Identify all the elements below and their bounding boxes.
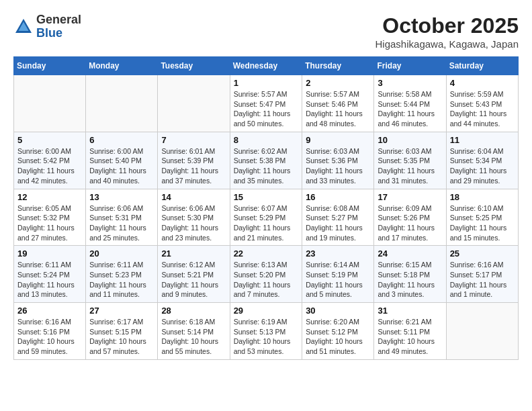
day-number: 6 (89, 135, 154, 145)
calendar-table: SundayMondayTuesdayWednesdayThursdayFrid… (13, 56, 519, 360)
calendar-cell (86, 75, 158, 132)
day-info: Sunrise: 5:57 AM Sunset: 5:46 PM Dayligh… (306, 89, 370, 129)
calendar-cell (158, 75, 230, 132)
day-number: 1 (234, 78, 299, 88)
day-info: Sunrise: 6:15 AM Sunset: 5:18 PM Dayligh… (378, 260, 442, 300)
calendar-cell: 9Sunrise: 6:03 AM Sunset: 5:36 PM Daylig… (302, 132, 374, 189)
calendar-cell: 29Sunrise: 6:19 AM Sunset: 5:13 PM Dayli… (230, 303, 302, 360)
title-block: October 2025 Higashikagawa, Kagawa, Japa… (375, 13, 519, 50)
calendar-cell: 22Sunrise: 6:13 AM Sunset: 5:20 PM Dayli… (230, 246, 302, 303)
day-number: 13 (89, 192, 154, 202)
calendar-cell: 23Sunrise: 6:14 AM Sunset: 5:19 PM Dayli… (302, 246, 374, 303)
day-info: Sunrise: 6:14 AM Sunset: 5:19 PM Dayligh… (306, 260, 370, 300)
day-info: Sunrise: 6:10 AM Sunset: 5:25 PM Dayligh… (450, 203, 515, 243)
day-number: 28 (161, 306, 226, 316)
day-number: 31 (378, 306, 442, 316)
calendar-cell: 1Sunrise: 5:57 AM Sunset: 5:47 PM Daylig… (230, 75, 302, 132)
day-number: 29 (234, 306, 299, 316)
calendar-cell: 25Sunrise: 6:16 AM Sunset: 5:17 PM Dayli… (446, 246, 518, 303)
day-info: Sunrise: 6:13 AM Sunset: 5:20 PM Dayligh… (234, 260, 299, 300)
day-info: Sunrise: 6:20 AM Sunset: 5:12 PM Dayligh… (306, 317, 370, 357)
day-number: 9 (306, 135, 370, 145)
calendar-cell (14, 75, 86, 132)
calendar-cell: 13Sunrise: 6:06 AM Sunset: 5:31 PM Dayli… (86, 189, 158, 246)
calendar-week-row: 19Sunrise: 6:11 AM Sunset: 5:24 PM Dayli… (14, 246, 519, 303)
day-number: 19 (17, 248, 82, 259)
calendar-cell: 20Sunrise: 6:11 AM Sunset: 5:23 PM Dayli… (86, 246, 158, 303)
day-number: 21 (161, 248, 226, 259)
calendar-cell: 16Sunrise: 6:08 AM Sunset: 5:27 PM Dayli… (302, 189, 374, 246)
day-info: Sunrise: 5:58 AM Sunset: 5:44 PM Dayligh… (378, 89, 442, 129)
day-info: Sunrise: 6:17 AM Sunset: 5:15 PM Dayligh… (89, 317, 154, 357)
day-info: Sunrise: 6:00 AM Sunset: 5:40 PM Dayligh… (89, 146, 154, 186)
day-info: Sunrise: 6:01 AM Sunset: 5:39 PM Dayligh… (161, 146, 226, 186)
day-info: Sunrise: 6:16 AM Sunset: 5:16 PM Dayligh… (17, 317, 82, 357)
weekday-header: Friday (374, 57, 446, 75)
calendar-cell: 15Sunrise: 6:07 AM Sunset: 5:29 PM Dayli… (230, 189, 302, 246)
calendar-cell: 24Sunrise: 6:15 AM Sunset: 5:18 PM Dayli… (374, 246, 446, 303)
day-number: 23 (306, 248, 370, 259)
day-info: Sunrise: 6:03 AM Sunset: 5:36 PM Dayligh… (306, 146, 370, 186)
calendar-cell: 17Sunrise: 6:09 AM Sunset: 5:26 PM Dayli… (374, 189, 446, 246)
calendar-cell: 26Sunrise: 6:16 AM Sunset: 5:16 PM Dayli… (14, 303, 86, 360)
day-number: 4 (450, 78, 515, 88)
day-info: Sunrise: 6:04 AM Sunset: 5:34 PM Dayligh… (450, 146, 515, 186)
day-info: Sunrise: 6:18 AM Sunset: 5:14 PM Dayligh… (161, 317, 226, 357)
calendar-week-row: 12Sunrise: 6:05 AM Sunset: 5:32 PM Dayli… (14, 189, 519, 246)
location: Higashikagawa, Kagawa, Japan (375, 38, 519, 50)
calendar-cell: 14Sunrise: 6:06 AM Sunset: 5:30 PM Dayli… (158, 189, 230, 246)
calendar-cell: 12Sunrise: 6:05 AM Sunset: 5:32 PM Dayli… (14, 189, 86, 246)
calendar-cell: 10Sunrise: 6:03 AM Sunset: 5:35 PM Dayli… (374, 132, 446, 189)
day-info: Sunrise: 6:09 AM Sunset: 5:26 PM Dayligh… (378, 203, 442, 243)
weekday-header: Thursday (302, 57, 374, 75)
calendar-cell: 3Sunrise: 5:58 AM Sunset: 5:44 PM Daylig… (374, 75, 446, 132)
calendar-week-row: 1Sunrise: 5:57 AM Sunset: 5:47 PM Daylig… (14, 75, 519, 132)
day-number: 20 (89, 248, 154, 259)
calendar-cell: 30Sunrise: 6:20 AM Sunset: 5:12 PM Dayli… (302, 303, 374, 360)
calendar-cell: 6Sunrise: 6:00 AM Sunset: 5:40 PM Daylig… (86, 132, 158, 189)
day-number: 22 (234, 248, 299, 259)
page-header: General Blue October 2025 Higashikagawa,… (13, 13, 519, 50)
calendar-cell: 11Sunrise: 6:04 AM Sunset: 5:34 PM Dayli… (446, 132, 518, 189)
day-info: Sunrise: 6:05 AM Sunset: 5:32 PM Dayligh… (17, 203, 82, 243)
day-info: Sunrise: 5:57 AM Sunset: 5:47 PM Dayligh… (234, 89, 299, 129)
day-info: Sunrise: 6:21 AM Sunset: 5:11 PM Dayligh… (378, 317, 442, 357)
calendar-cell (446, 303, 518, 360)
calendar-cell: 5Sunrise: 6:00 AM Sunset: 5:42 PM Daylig… (14, 132, 86, 189)
weekday-header: Saturday (446, 57, 518, 75)
day-number: 5 (17, 135, 82, 145)
calendar-cell: 7Sunrise: 6:01 AM Sunset: 5:39 PM Daylig… (158, 132, 230, 189)
calendar-cell: 19Sunrise: 6:11 AM Sunset: 5:24 PM Dayli… (14, 246, 86, 303)
logo: General Blue (13, 13, 81, 40)
day-number: 3 (378, 78, 442, 88)
day-number: 12 (17, 192, 82, 202)
calendar-cell: 27Sunrise: 6:17 AM Sunset: 5:15 PM Dayli… (86, 303, 158, 360)
day-number: 25 (450, 248, 515, 259)
day-number: 18 (450, 192, 515, 202)
calendar-cell: 2Sunrise: 5:57 AM Sunset: 5:46 PM Daylig… (302, 75, 374, 132)
calendar-cell: 31Sunrise: 6:21 AM Sunset: 5:11 PM Dayli… (374, 303, 446, 360)
day-info: Sunrise: 6:07 AM Sunset: 5:29 PM Dayligh… (234, 203, 299, 243)
logo-blue: Blue (36, 27, 81, 40)
day-info: Sunrise: 6:08 AM Sunset: 5:27 PM Dayligh… (306, 203, 370, 243)
calendar-cell: 4Sunrise: 5:59 AM Sunset: 5:43 PM Daylig… (446, 75, 518, 132)
day-number: 8 (234, 135, 299, 145)
day-info: Sunrise: 5:59 AM Sunset: 5:43 PM Dayligh… (450, 89, 515, 129)
day-info: Sunrise: 6:02 AM Sunset: 5:38 PM Dayligh… (234, 146, 299, 186)
weekday-header: Sunday (14, 57, 86, 75)
logo-text: General Blue (36, 13, 81, 40)
day-info: Sunrise: 6:16 AM Sunset: 5:17 PM Dayligh… (450, 260, 515, 300)
day-info: Sunrise: 6:06 AM Sunset: 5:31 PM Dayligh… (89, 203, 154, 243)
day-number: 15 (234, 192, 299, 202)
day-info: Sunrise: 6:00 AM Sunset: 5:42 PM Dayligh… (17, 146, 82, 186)
weekday-header: Monday (86, 57, 158, 75)
calendar-week-row: 26Sunrise: 6:16 AM Sunset: 5:16 PM Dayli… (14, 303, 519, 360)
weekday-header: Tuesday (158, 57, 230, 75)
day-number: 27 (89, 306, 154, 316)
calendar-week-row: 5Sunrise: 6:00 AM Sunset: 5:42 PM Daylig… (14, 132, 519, 189)
day-number: 24 (378, 248, 442, 259)
day-number: 26 (17, 306, 82, 316)
logo-general: General (36, 13, 81, 27)
calendar-cell: 8Sunrise: 6:02 AM Sunset: 5:38 PM Daylig… (230, 132, 302, 189)
day-number: 30 (306, 306, 370, 316)
